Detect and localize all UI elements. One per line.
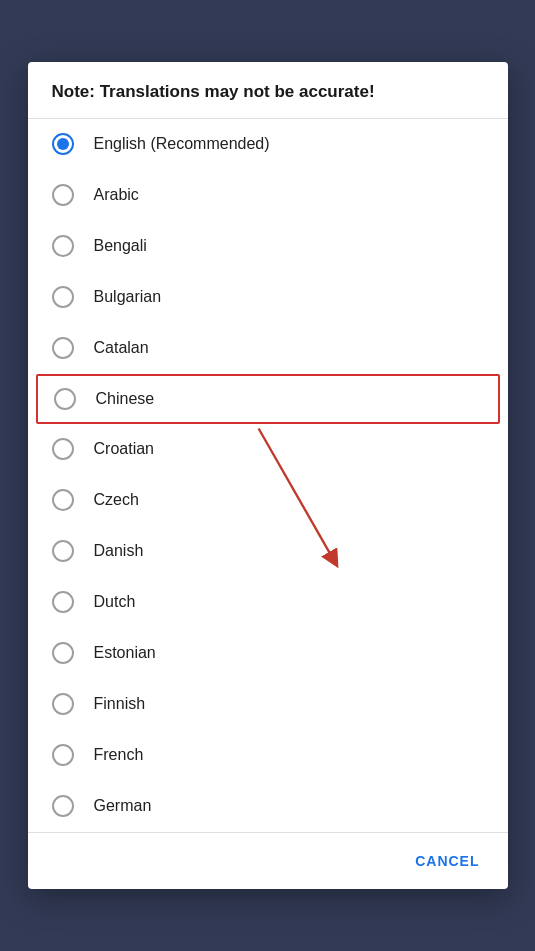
language-item-dutch[interactable]: Dutch — [28, 577, 508, 628]
radio-german — [52, 795, 74, 817]
radio-bengali — [52, 235, 74, 257]
language-item-german[interactable]: German — [28, 781, 508, 832]
language-dialog: Note: Translations may not be accurate! … — [28, 62, 508, 889]
language-item-bengali[interactable]: Bengali — [28, 221, 508, 272]
language-label-bulgarian: Bulgarian — [94, 288, 162, 306]
language-label-english: English (Recommended) — [94, 135, 270, 153]
language-label-chinese: Chinese — [96, 390, 155, 408]
language-item-english[interactable]: English (Recommended) — [28, 119, 508, 170]
language-label-bengali: Bengali — [94, 237, 147, 255]
radio-french — [52, 744, 74, 766]
radio-estonian — [52, 642, 74, 664]
language-label-czech: Czech — [94, 491, 139, 509]
dialog-actions: CANCEL — [28, 832, 508, 889]
language-item-arabic[interactable]: Arabic — [28, 170, 508, 221]
radio-croatian — [52, 438, 74, 460]
language-item-catalan[interactable]: Catalan — [28, 323, 508, 374]
language-label-arabic: Arabic — [94, 186, 139, 204]
radio-finnish — [52, 693, 74, 715]
language-item-estonian[interactable]: Estonian — [28, 628, 508, 679]
radio-arabic — [52, 184, 74, 206]
language-list: English (Recommended)ArabicBengaliBulgar… — [28, 119, 508, 832]
language-label-danish: Danish — [94, 542, 144, 560]
language-label-dutch: Dutch — [94, 593, 136, 611]
radio-danish — [52, 540, 74, 562]
language-label-estonian: Estonian — [94, 644, 156, 662]
radio-catalan — [52, 337, 74, 359]
radio-chinese — [54, 388, 76, 410]
language-item-bulgarian[interactable]: Bulgarian — [28, 272, 508, 323]
backdrop: Note: Translations may not be accurate! … — [0, 0, 535, 951]
dialog-note: Note: Translations may not be accurate! — [28, 62, 508, 119]
language-item-chinese[interactable]: Chinese — [36, 374, 500, 424]
language-item-czech[interactable]: Czech — [28, 475, 508, 526]
radio-dutch — [52, 591, 74, 613]
language-item-croatian[interactable]: Croatian — [28, 424, 508, 475]
radio-czech — [52, 489, 74, 511]
language-label-croatian: Croatian — [94, 440, 154, 458]
language-label-finnish: Finnish — [94, 695, 146, 713]
language-item-french[interactable]: French — [28, 730, 508, 781]
radio-english — [52, 133, 74, 155]
language-item-finnish[interactable]: Finnish — [28, 679, 508, 730]
language-label-french: French — [94, 746, 144, 764]
language-item-danish[interactable]: Danish — [28, 526, 508, 577]
cancel-button[interactable]: CANCEL — [403, 845, 491, 877]
radio-bulgarian — [52, 286, 74, 308]
language-label-german: German — [94, 797, 152, 815]
language-label-catalan: Catalan — [94, 339, 149, 357]
